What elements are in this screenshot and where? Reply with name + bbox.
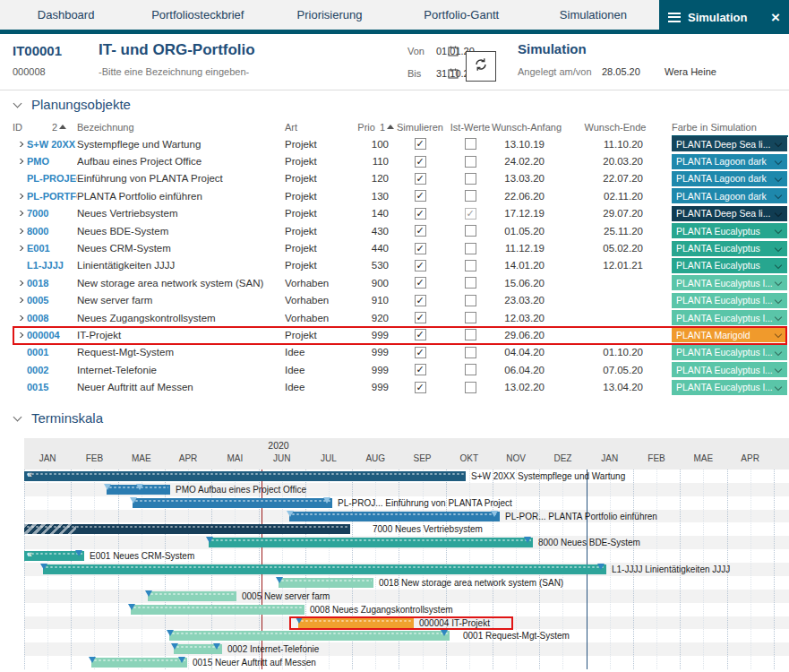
wunsch-anfang[interactable]: 15.06.20 [494, 278, 559, 289]
ist-werte-checkbox[interactable] [465, 243, 476, 254]
gantt-bar[interactable] [279, 578, 373, 588]
simulieren-checkbox[interactable]: ✓ [415, 329, 426, 340]
table-row-PL-PORTFO-[interactable]: PL-PORTFO...PLANTA Portfolio einführenPr… [13, 187, 789, 204]
simulieren-checkbox[interactable]: ✓ [415, 277, 426, 289]
tab-portfoliosteckbrief[interactable]: Portfoliosteckbrief [132, 0, 263, 30]
wunsch-ende[interactable]: 29.07.20 [559, 208, 672, 219]
table-row-PMO[interactable]: PMOAufbau eines Project OfficeProjekt110… [13, 152, 789, 169]
row-id[interactable]: 0002 [27, 365, 77, 375]
wunsch-anfang[interactable]: 29.06.20 [494, 330, 559, 340]
farbe-dropdown[interactable]: PLANTA Lagoon dark [672, 154, 787, 169]
table-row-7000[interactable]: 7000Neues VertriebsystemProjekt140✓✓17.1… [13, 205, 789, 222]
ist-werte-checkbox[interactable] [465, 277, 476, 289]
simulieren-checkbox[interactable]: ✓ [415, 190, 426, 202]
ist-werte-checkbox[interactable] [465, 173, 476, 185]
farbe-dropdown[interactable]: PLANTA Marigold [672, 327, 787, 342]
farbe-dropdown[interactable]: PLANTA Eucalyptus l... [672, 275, 787, 290]
ist-werte-checkbox[interactable] [465, 295, 476, 306]
menu-icon[interactable] [668, 13, 681, 22]
column-header-farbe-in-simulation[interactable]: Farbe in Simulation [672, 122, 789, 133]
farbe-dropdown[interactable]: PLANTA Eucalyptus l... [672, 345, 787, 360]
ist-werte-checkbox[interactable] [465, 312, 476, 323]
simulieren-checkbox[interactable]: ✓ [415, 382, 426, 393]
ist-werte-checkbox[interactable] [465, 138, 476, 150]
column-header-wunsch-ende[interactable]: Wunsch-Ende [559, 122, 672, 133]
wunsch-anfang[interactable]: 06.04.20 [494, 365, 559, 375]
ist-werte-checkbox[interactable] [465, 347, 476, 358]
wunsch-anfang[interactable]: 11.12.19 [494, 243, 559, 254]
tab-dashboard[interactable]: Dashboard [0, 0, 132, 30]
simulieren-checkbox[interactable]: ✓ [415, 208, 426, 220]
row-id[interactable]: 0005 [27, 295, 77, 306]
calendar-icon[interactable] [448, 44, 459, 60]
ist-werte-checkbox[interactable] [465, 364, 476, 375]
farbe-dropdown[interactable]: PLANTA Eucalyptus l... [672, 310, 787, 325]
wunsch-anfang[interactable]: 13.03.20 [494, 173, 559, 184]
ist-werte-checkbox[interactable] [465, 260, 476, 271]
table-row-E001[interactable]: E001Neues CRM-SystemProjekt440✓11.12.190… [13, 239, 789, 256]
farbe-dropdown[interactable]: PLANTA Lagoon dark [672, 188, 787, 203]
gantt-bar[interactable] [91, 658, 187, 668]
table-row-S-W-20XX[interactable]: S+W 20XXSystempflege und WartungProjekt1… [13, 135, 789, 152]
column-header-bezeichnung[interactable]: Bezeichnung [77, 122, 285, 133]
column-header-prio[interactable]: Prio1 [356, 122, 394, 133]
table-row-0018[interactable]: 0018New storage area network system (SAN… [13, 274, 789, 291]
wunsch-ende[interactable]: 22.07.20 [559, 173, 672, 184]
simulieren-checkbox[interactable]: ✓ [415, 312, 426, 323]
wunsch-anfang[interactable]: 12.03.20 [494, 313, 559, 323]
wunsch-anfang[interactable]: 17.12.19 [494, 208, 559, 219]
simulieren-checkbox[interactable]: ✓ [415, 295, 426, 306]
close-icon[interactable]: × [771, 10, 780, 25]
simulieren-checkbox[interactable]: ✓ [415, 173, 426, 185]
column-header-id[interactable]: ID2 [13, 122, 77, 133]
ist-werte-checkbox[interactable] [465, 329, 476, 340]
farbe-dropdown[interactable]: PLANTA Deep Sea li... [672, 136, 787, 151]
wunsch-anfang[interactable]: 24.02.20 [494, 156, 559, 167]
gantt-bar[interactable]: « [24, 471, 466, 481]
row-id[interactable]: 0001 [27, 347, 77, 358]
simulieren-checkbox[interactable]: ✓ [415, 260, 426, 271]
row-id[interactable]: E001 [27, 243, 77, 254]
farbe-dropdown[interactable]: PLANTA Eucalyptus [672, 223, 787, 238]
row-id[interactable]: PL-PORTFO... [27, 191, 77, 202]
wunsch-anfang[interactable]: 14.01.20 [494, 260, 559, 271]
ist-werte-checkbox[interactable] [465, 225, 476, 237]
ist-werte-checkbox[interactable] [465, 382, 476, 393]
wunsch-anfang[interactable]: 13.02.20 [494, 382, 559, 392]
ist-werte-checkbox[interactable] [465, 190, 476, 202]
row-id[interactable]: 000004 [27, 330, 77, 340]
collapse-chevron-icon[interactable] [13, 99, 22, 108]
wunsch-anfang[interactable]: 22.06.20 [494, 191, 559, 202]
wunsch-anfang[interactable]: 04.04.20 [494, 347, 559, 358]
wunsch-ende[interactable]: 05.02.20 [559, 243, 672, 254]
table-row-000004[interactable]: 000004IT-ProjektProjekt999✓29.06.20PLANT… [13, 326, 789, 343]
simulieren-checkbox[interactable]: ✓ [415, 243, 426, 254]
collapse-chevron-icon[interactable] [13, 412, 22, 421]
gantt-bar[interactable] [131, 605, 304, 615]
wunsch-anfang[interactable]: 23.03.20 [494, 295, 559, 306]
row-id[interactable]: 0008 [27, 313, 77, 323]
wunsch-ende[interactable]: 13.04.20 [559, 382, 672, 392]
gantt-bar[interactable] [169, 631, 450, 641]
refresh-button[interactable] [466, 51, 496, 82]
simulieren-checkbox[interactable]: ✓ [415, 225, 426, 237]
table-row-0001[interactable]: 0001Request-Mgt-SystemIdee999✓04.04.2001… [13, 344, 789, 361]
table-row-PL-PROJECT[interactable]: PL-PROJECTEinführung von PLANTA ProjectP… [13, 170, 789, 187]
wunsch-ende[interactable]: 11.10.20 [559, 139, 672, 150]
column-header-simulieren[interactable]: Simulieren [394, 122, 446, 133]
gantt-bar[interactable] [148, 591, 236, 601]
wunsch-ende[interactable]: 02.11.20 [559, 191, 672, 202]
column-header-wunsch-anfang[interactable]: Wunsch-Anfang [494, 122, 559, 133]
row-id[interactable]: 7000 [27, 208, 77, 219]
tab-portfolio-gantt[interactable]: Portfolio-Gantt [396, 0, 527, 30]
portfolio-title[interactable]: IT- und ORG-Portfolio [99, 41, 255, 59]
row-id[interactable]: PMO [27, 156, 77, 167]
farbe-dropdown[interactable]: PLANTA Deep Sea li... [672, 206, 787, 221]
simulieren-checkbox[interactable]: ✓ [415, 347, 426, 358]
table-row-L1-JJJJ[interactable]: L1-JJJJLinientätigkeiten JJJJProjekt530✓… [13, 257, 789, 274]
farbe-dropdown[interactable]: PLANTA Eucalyptus [672, 258, 787, 273]
tab-priorisierung[interactable]: Priorisierung [263, 0, 395, 30]
table-row-8000[interactable]: 8000Neues BDE-SystemProjekt430✓01.05.202… [13, 222, 789, 239]
wunsch-anfang[interactable]: 13.10.19 [494, 139, 559, 150]
farbe-dropdown[interactable]: PLANTA Eucalyptus l... [672, 380, 787, 395]
